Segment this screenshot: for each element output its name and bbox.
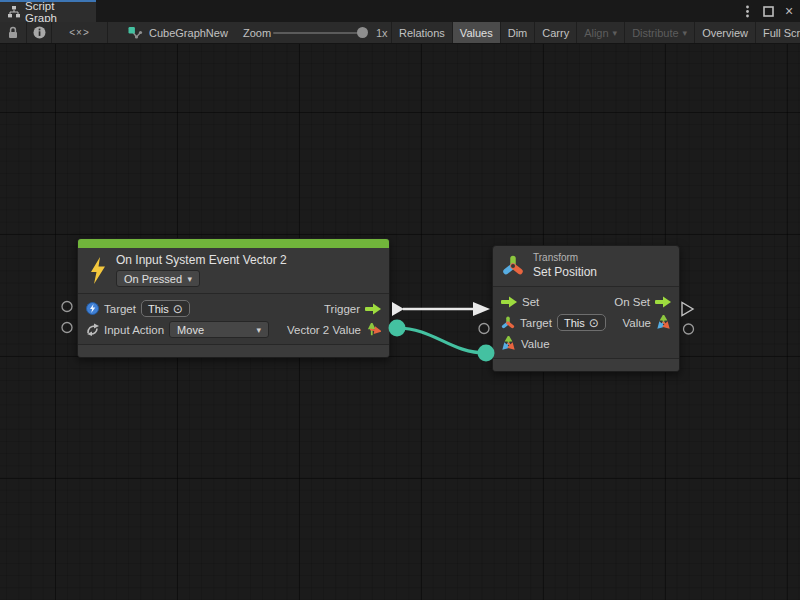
- caret-down-icon: ▾: [257, 325, 262, 335]
- tab-script-graph[interactable]: Script Graph: [0, 0, 96, 22]
- transform-icon: [501, 254, 525, 278]
- flow-arrow-icon[interactable]: [501, 296, 517, 308]
- info-icon: [33, 26, 46, 39]
- maximize-icon[interactable]: [761, 4, 775, 18]
- flow-arrow-icon[interactable]: [655, 296, 671, 308]
- close-icon[interactable]: ×: [782, 4, 796, 18]
- caret-down-icon: ▾: [683, 28, 688, 38]
- port-row-input-action: Input Action Move▾ Vector 2 Value: [78, 319, 389, 340]
- node-header[interactable]: On Input System Event Vector 2 On Presse…: [78, 248, 389, 293]
- input-action-icon: [86, 323, 99, 336]
- node-on-input-system-event-vector2[interactable]: On Input System Event Vector 2 On Presse…: [77, 238, 390, 358]
- graph-name: CubeGraphNew: [149, 27, 228, 39]
- info-button[interactable]: [27, 22, 51, 43]
- graph-toolbar: <×> CubeGraphNew Zoom 1x Relations Value…: [0, 22, 800, 44]
- zoom-value: 1x: [376, 22, 388, 43]
- input-port-input-action[interactable]: [62, 323, 72, 333]
- vector2-icon[interactable]: [366, 323, 381, 337]
- on-set-port-label: On Set: [614, 296, 650, 308]
- vector2-output-port[interactable]: [389, 320, 406, 337]
- target-this-button[interactable]: This ⊙: [141, 300, 190, 317]
- value-wire[interactable]: [397, 328, 486, 353]
- node-title: On Input System Event Vector 2: [116, 253, 287, 267]
- lock-icon: [7, 26, 19, 39]
- gameobject-event-icon: [86, 302, 99, 315]
- graph-hierarchy-icon: [8, 6, 20, 18]
- object-picker-icon[interactable]: ⊙: [589, 317, 599, 329]
- lock-button[interactable]: [0, 22, 26, 43]
- caret-down-icon: ▾: [187, 274, 192, 284]
- set-port-label: Set: [522, 296, 539, 308]
- node-transform-set-position[interactable]: Transform Set Position Set On Set: [492, 245, 680, 372]
- graph-canvas[interactable]: On Input System Event Vector 2 On Presse…: [0, 44, 800, 600]
- caret-down-icon: ▾: [613, 28, 618, 38]
- vector3-icon[interactable]: [656, 315, 671, 330]
- graph-breadcrumb[interactable]: CubeGraphNew: [128, 22, 228, 43]
- node-footer: [493, 359, 679, 371]
- value-out-port-label: Value: [622, 317, 651, 329]
- zoom-slider-handle[interactable]: [357, 27, 368, 38]
- fullscreen-button[interactable]: Full Screen: [755, 22, 800, 43]
- title-bar: Script Graph ×: [0, 0, 800, 22]
- script-graph-window: Script Graph ×: [0, 0, 800, 600]
- dim-button[interactable]: Dim: [500, 22, 535, 43]
- tab-title: Script Graph: [25, 0, 88, 24]
- target-port-label: Target: [520, 317, 552, 329]
- input-action-port-label: Input Action: [104, 324, 164, 336]
- node-header[interactable]: Transform Set Position: [493, 246, 679, 286]
- align-dropdown-button: Align▾: [576, 22, 624, 43]
- vector3-icon[interactable]: [501, 336, 516, 351]
- input-port-target[interactable]: [62, 302, 72, 312]
- lightning-bolt-icon: [88, 257, 108, 284]
- values-button[interactable]: Values: [452, 22, 500, 43]
- zoom-label: Zoom: [243, 22, 271, 43]
- port-row-target: Target This ⊙ Trigger: [78, 298, 389, 319]
- port-row-value: Value: [493, 333, 679, 354]
- target-port-label: Target: [104, 303, 136, 315]
- trigger-port-label: Trigger: [324, 303, 360, 315]
- wire-arrowhead: [473, 302, 490, 316]
- zoom-slider-track[interactable]: [273, 32, 363, 34]
- trigger-output-port[interactable]: [392, 302, 404, 316]
- code-icon: <×>: [69, 27, 90, 38]
- port-row-target: Target This ⊙ Value: [493, 312, 679, 333]
- event-type-dropdown[interactable]: On Pressed▾: [116, 270, 200, 287]
- output-port-on-set[interactable]: [682, 303, 693, 316]
- transform-mini-icon: [501, 316, 515, 330]
- node-category: Transform: [533, 252, 597, 263]
- preview-code-button[interactable]: <×>: [52, 22, 107, 43]
- overview-button[interactable]: Overview: [694, 22, 755, 43]
- port-row-set: Set On Set: [493, 291, 679, 312]
- value-in-port-label: Value: [521, 338, 550, 350]
- object-picker-icon[interactable]: ⊙: [173, 303, 183, 315]
- flow-arrow-icon[interactable]: [365, 303, 381, 315]
- node-footer: [78, 345, 389, 357]
- input-port-target[interactable]: [479, 324, 489, 334]
- node-title: Set Position: [533, 265, 597, 279]
- target-this-button[interactable]: This ⊙: [557, 314, 606, 331]
- distribute-dropdown-button: Distribute▾: [624, 22, 694, 43]
- script-graph-asset-icon: [128, 26, 143, 40]
- output-port-value[interactable]: [684, 324, 694, 334]
- event-node-color-bar: [78, 239, 389, 248]
- relations-button[interactable]: Relations: [391, 22, 452, 43]
- carry-button[interactable]: Carry: [534, 22, 576, 43]
- vector2-value-port-label: Vector 2 Value: [287, 324, 361, 336]
- input-action-dropdown[interactable]: Move▾: [169, 321, 269, 338]
- zoom-slider[interactable]: [273, 22, 373, 43]
- window-menu-icon[interactable]: [740, 4, 754, 18]
